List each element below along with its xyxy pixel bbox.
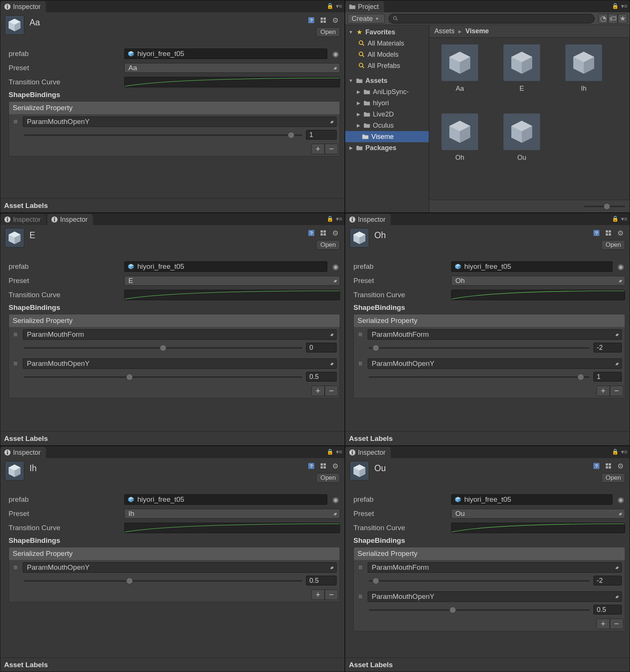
param-slider[interactable] <box>24 373 302 380</box>
param-slider[interactable] <box>369 373 590 380</box>
tab-project[interactable]: Project <box>345 1 384 12</box>
zoom-slider[interactable] <box>584 203 625 210</box>
prefab-field[interactable]: hiyori_free_t05 <box>451 494 612 505</box>
tree-folder[interactable]: ▶hiyori <box>345 97 429 109</box>
drag-handle-icon[interactable]: ≡ <box>12 360 19 368</box>
tree-folder[interactable]: ▶Live2D <box>345 109 429 120</box>
prefab-field[interactable]: hiyori_free_t05 <box>124 49 327 59</box>
drag-handle-icon[interactable]: ≡ <box>12 118 19 126</box>
gear-icon[interactable]: ⚙ <box>615 228 625 238</box>
preset-icon[interactable] <box>604 461 613 471</box>
param-dropdown[interactable]: ParamMouthOpenY▴▾ <box>368 591 622 602</box>
param-slider[interactable] <box>24 577 302 584</box>
panel-menu-icon[interactable]: ▾≡ <box>621 448 627 455</box>
tree-favorites[interactable]: ▼★Favorites <box>345 27 429 38</box>
tab-inspector[interactable]: Inspector <box>0 1 46 12</box>
drag-handle-icon[interactable]: ≡ <box>12 330 19 339</box>
lock-icon[interactable]: 🔒 <box>612 448 619 455</box>
preset-icon[interactable] <box>604 228 613 238</box>
param-value-field[interactable] <box>306 576 337 585</box>
lock-icon[interactable]: 🔒 <box>612 3 619 9</box>
tab-inspector-inactive[interactable]: Inspector <box>0 214 46 225</box>
param-dropdown[interactable]: ParamMouthOpenY▴▾ <box>23 358 337 369</box>
param-dropdown[interactable]: ParamMouthForm▴▾ <box>368 329 622 340</box>
remove-button[interactable]: − <box>610 619 623 629</box>
help-icon[interactable]: ? <box>592 461 601 471</box>
add-button[interactable]: + <box>311 386 325 396</box>
asset-item[interactable]: Oh <box>440 113 480 162</box>
panel-menu-icon[interactable]: ▾≡ <box>336 215 342 223</box>
drag-handle-icon[interactable]: ≡ <box>357 330 364 339</box>
lock-icon[interactable]: 🔒 <box>612 215 619 222</box>
object-picker-icon[interactable]: ◉ <box>616 495 625 504</box>
param-slider[interactable] <box>24 131 302 138</box>
add-button[interactable]: + <box>311 589 325 600</box>
param-slider[interactable] <box>369 344 590 351</box>
drag-handle-icon[interactable]: ≡ <box>12 563 19 572</box>
open-button[interactable]: Open <box>316 473 340 483</box>
preset-dropdown[interactable]: Oh▴▾ <box>451 276 625 286</box>
remove-button[interactable]: − <box>325 144 338 154</box>
lock-icon[interactable]: 🔒 <box>327 215 334 222</box>
lock-icon[interactable]: 🔒 <box>327 448 334 455</box>
preset-dropdown[interactable]: Aa▴▾ <box>124 63 340 73</box>
preset-dropdown[interactable]: Ih▴▾ <box>124 509 340 519</box>
param-value-field[interactable] <box>593 343 622 352</box>
transition-curve-field[interactable] <box>451 290 625 300</box>
asset-item[interactable]: Ou <box>502 113 542 162</box>
preset-dropdown[interactable]: Ou▴▾ <box>451 509 625 519</box>
tree-all-models[interactable]: All Models <box>345 49 429 60</box>
drag-handle-icon[interactable]: ≡ <box>357 592 364 601</box>
preset-icon[interactable] <box>318 15 328 25</box>
gear-icon[interactable]: ⚙ <box>330 461 340 471</box>
panel-menu-icon[interactable]: ▾≡ <box>621 3 627 10</box>
object-picker-icon[interactable]: ◉ <box>331 262 340 271</box>
open-button[interactable]: Open <box>601 240 625 250</box>
param-value-field[interactable] <box>306 130 337 140</box>
help-icon[interactable]: ? <box>306 228 316 238</box>
prefab-field[interactable]: hiyori_free_t05 <box>451 261 612 272</box>
transition-curve-field[interactable] <box>124 523 340 533</box>
gear-icon[interactable]: ⚙ <box>615 461 625 471</box>
drag-handle-icon[interactable]: ≡ <box>357 360 364 368</box>
filter-by-label-icon[interactable]: 🏷 <box>608 14 618 24</box>
lock-icon[interactable]: 🔒 <box>327 3 334 9</box>
param-slider[interactable] <box>24 344 302 351</box>
preset-icon[interactable] <box>318 461 328 471</box>
remove-button[interactable]: − <box>325 386 338 396</box>
tree-all-prefabs[interactable]: All Prefabs <box>345 60 429 71</box>
save-search-icon[interactable]: ★ <box>618 14 627 24</box>
param-dropdown[interactable]: ParamMouthForm▴▾ <box>368 562 622 573</box>
tree-all-materials[interactable]: All Materials <box>345 38 429 49</box>
param-dropdown[interactable]: ParamMouthOpenY▴▾ <box>23 116 337 127</box>
breadcrumb-item[interactable]: Viseme <box>465 27 489 35</box>
add-button[interactable]: + <box>596 619 610 629</box>
gear-icon[interactable]: ⚙ <box>330 15 340 25</box>
transition-curve-field[interactable] <box>124 290 340 300</box>
object-picker-icon[interactable]: ◉ <box>331 49 340 58</box>
drag-handle-icon[interactable]: ≡ <box>357 563 364 572</box>
help-icon[interactable]: ? <box>306 461 316 471</box>
tab-inspector[interactable]: Inspector <box>345 214 391 225</box>
tree-folder[interactable]: ▶AniLipSync- <box>345 86 429 97</box>
open-button[interactable]: Open <box>316 27 340 37</box>
asset-item[interactable]: Ih <box>564 44 604 93</box>
param-value-field[interactable] <box>593 372 622 382</box>
tab-inspector[interactable]: Inspector <box>47 214 93 225</box>
panel-menu-icon[interactable]: ▾≡ <box>336 3 342 10</box>
add-button[interactable]: + <box>596 386 610 396</box>
search-input[interactable] <box>389 14 595 24</box>
object-picker-icon[interactable]: ◉ <box>331 495 340 504</box>
help-icon[interactable]: ? <box>592 228 601 238</box>
tree-assets[interactable]: ▼Assets <box>345 75 429 86</box>
prefab-field[interactable]: hiyori_free_t05 <box>124 494 327 505</box>
preset-dropdown[interactable]: E▴▾ <box>124 276 340 286</box>
transition-curve-field[interactable] <box>451 523 625 533</box>
panel-menu-icon[interactable]: ▾≡ <box>336 448 342 455</box>
prefab-field[interactable]: hiyori_free_t05 <box>124 261 327 272</box>
tree-packages[interactable]: ▶Packages <box>345 142 429 153</box>
tab-inspector[interactable]: Inspector <box>0 447 46 458</box>
param-value-field[interactable] <box>593 576 622 585</box>
param-dropdown[interactable]: ParamMouthForm▴▾ <box>23 329 337 340</box>
open-button[interactable]: Open <box>601 473 625 483</box>
